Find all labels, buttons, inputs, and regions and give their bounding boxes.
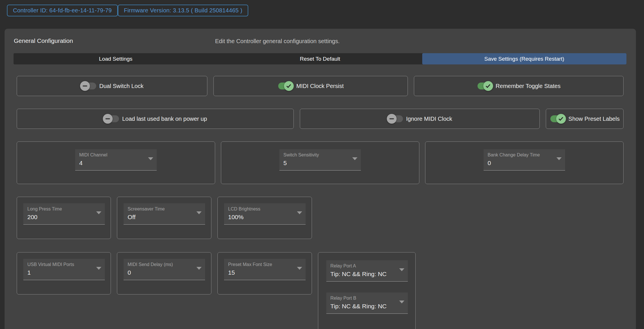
- chevron-down-icon: [297, 211, 302, 214]
- dropdown-value: Tip: NC && Ring: NC: [330, 303, 404, 310]
- dropdown-value: 0: [128, 269, 201, 276]
- midi-clock-persist-toggle[interactable]: [278, 81, 293, 91]
- toggle-label: Ignore MIDI Clock: [406, 116, 452, 122]
- lcd-brightness-setting: LCD Brightness 100%: [217, 197, 312, 239]
- dropdown-label: Long Press Time: [27, 206, 101, 212]
- long-press-time-setting: Long Press Time 200: [17, 197, 111, 239]
- general-configuration-panel: General Configuration Edit the Controlle…: [5, 29, 636, 329]
- toggle-knob: [103, 114, 113, 124]
- check-icon: [558, 116, 563, 121]
- bank-change-delay-dropdown[interactable]: Bank Change Delay Time 0: [484, 149, 565, 171]
- midi-send-delay-dropdown[interactable]: MIDI Send Delay (ms) 0: [124, 259, 205, 280]
- midi-channel-dropdown[interactable]: MIDI Channel 4: [75, 149, 157, 171]
- long-press-time-dropdown[interactable]: Long Press Time 200: [23, 203, 105, 225]
- toggle-knob: [284, 81, 294, 91]
- toggle-knob: [483, 81, 493, 91]
- toggles-row-1: Dual Switch Lock MIDI Clock Persist Reme…: [17, 76, 624, 96]
- preset-max-font-size-setting: Preset Max Font Size 15: [217, 252, 312, 294]
- midi-channel-setting: MIDI Channel 4: [17, 141, 215, 184]
- minus-icon: [105, 118, 110, 119]
- show-preset-labels-setting: Show Preset Labels: [546, 109, 624, 129]
- dropdown-label: LCD Brightness: [228, 206, 302, 212]
- tab-load-settings[interactable]: Load Settings: [14, 53, 218, 64]
- toggle-knob: [556, 114, 566, 124]
- lcd-brightness-dropdown[interactable]: LCD Brightness 100%: [224, 203, 306, 225]
- toggle-knob: [80, 81, 90, 91]
- dual-switch-lock-setting: Dual Switch Lock: [17, 76, 207, 96]
- chevron-down-icon: [399, 301, 404, 303]
- chevron-down-icon: [196, 267, 202, 270]
- toggle-label: Remember Toggle States: [496, 83, 560, 89]
- ignore-midi-clock-setting: Ignore MIDI Clock: [300, 109, 540, 129]
- chevron-down-icon: [556, 157, 562, 160]
- dropdown-value: 100%: [228, 214, 302, 221]
- toggle-label: MIDI Clock Persist: [296, 83, 344, 89]
- chevron-down-icon: [297, 267, 302, 270]
- chevron-down-icon: [352, 157, 357, 160]
- toggle-label: Load last used bank on power up: [122, 116, 207, 122]
- dropdown-label: Screensaver Time: [128, 206, 201, 212]
- tab-reset-to-default[interactable]: Reset To Default: [218, 53, 422, 64]
- bank-change-delay-setting: Bank Change Delay Time 0: [425, 141, 624, 184]
- toggles-row-2: Load last used bank on power up Ignore M…: [17, 109, 624, 129]
- dropdown-label: Relay Port B: [330, 296, 404, 301]
- minus-icon: [389, 118, 394, 119]
- dropdowns-row-1: MIDI Channel 4 Switch Sensitivity 5 Bank…: [17, 141, 624, 184]
- dropdown-value: 0: [488, 160, 561, 167]
- page-title: General Configuration: [14, 37, 73, 44]
- screensaver-time-dropdown[interactable]: Screensaver Time Off: [124, 203, 205, 225]
- dropdowns-row-2: Long Press Time 200 Screensaver Time Off…: [17, 197, 312, 239]
- remember-toggle-states-setting: Remember Toggle States: [414, 76, 624, 96]
- dual-switch-lock-toggle[interactable]: [81, 81, 96, 91]
- load-last-used-bank-toggle[interactable]: [103, 114, 119, 124]
- dropdown-label: MIDI Send Delay (ms): [128, 262, 201, 267]
- dropdown-value: 5: [283, 160, 357, 167]
- switch-sensitivity-dropdown[interactable]: Switch Sensitivity 5: [279, 149, 361, 171]
- relay-port-a-dropdown[interactable]: Relay Port A Tip: NC && Ring: NC: [326, 260, 408, 282]
- chevron-down-icon: [196, 211, 202, 214]
- check-icon: [486, 83, 490, 88]
- relay-ports-setting: Relay Port A Tip: NC && Ring: NC Relay P…: [318, 252, 416, 329]
- dropdown-label: Bank Change Delay Time: [488, 152, 561, 158]
- usb-virtual-midi-ports-setting: USB Virtual MIDI Ports 1: [17, 252, 111, 294]
- check-icon: [287, 83, 291, 88]
- dropdown-label: Switch Sensitivity: [283, 152, 357, 158]
- tab-save-settings[interactable]: Save Settings (Requires Restart): [422, 53, 626, 64]
- page-subtitle: Edit the Controller general configuratio…: [215, 38, 340, 45]
- controller-id-badge[interactable]: Controller ID: 64-fd-fb-ee-14-11-79-79: [7, 5, 118, 16]
- relay-port-b-dropdown[interactable]: Relay Port B Tip: NC && Ring: NC: [326, 292, 408, 314]
- midi-clock-persist-setting: MIDI Clock Persist: [213, 76, 408, 96]
- preset-max-font-size-dropdown[interactable]: Preset Max Font Size 15: [224, 259, 306, 280]
- dropdown-label: Preset Max Font Size: [228, 262, 302, 267]
- toggle-label: Show Preset Labels: [569, 116, 620, 122]
- chevron-down-icon: [96, 267, 101, 270]
- dropdown-value: 200: [27, 214, 101, 221]
- chevron-down-icon: [148, 157, 153, 160]
- switch-sensitivity-setting: Switch Sensitivity 5: [221, 141, 419, 184]
- dropdown-label: MIDI Channel: [79, 152, 153, 158]
- screensaver-time-setting: Screensaver Time Off: [117, 197, 211, 239]
- show-preset-labels-toggle[interactable]: [550, 114, 565, 124]
- minus-icon: [83, 85, 87, 87]
- toggle-knob: [387, 114, 397, 124]
- ignore-midi-clock-toggle[interactable]: [387, 114, 403, 124]
- chevron-down-icon: [399, 268, 404, 271]
- dropdowns-row-3: USB Virtual MIDI Ports 1 MIDI Send Delay…: [17, 252, 312, 294]
- dropdown-value: 15: [228, 269, 302, 276]
- midi-send-delay-setting: MIDI Send Delay (ms) 0: [117, 252, 211, 294]
- chevron-down-icon: [96, 211, 101, 214]
- toggle-label: Dual Switch Lock: [99, 83, 143, 89]
- load-last-used-bank-setting: Load last used bank on power up: [17, 109, 294, 129]
- settings-tabbar: Load Settings Reset To Default Save Sett…: [14, 53, 626, 64]
- dropdown-value: Off: [128, 214, 201, 221]
- dropdown-label: Relay Port A: [330, 263, 404, 269]
- remember-toggle-states-toggle[interactable]: [477, 81, 493, 91]
- dropdown-value: 4: [79, 160, 153, 167]
- usb-virtual-midi-ports-dropdown[interactable]: USB Virtual MIDI Ports 1: [23, 259, 105, 280]
- dropdown-value: 1: [27, 269, 101, 276]
- dropdown-value: Tip: NC && Ring: NC: [330, 271, 404, 278]
- firmware-version-badge[interactable]: Firmware Version: 3.13.5 ( Build 2508144…: [118, 5, 248, 16]
- dropdown-label: USB Virtual MIDI Ports: [27, 262, 101, 267]
